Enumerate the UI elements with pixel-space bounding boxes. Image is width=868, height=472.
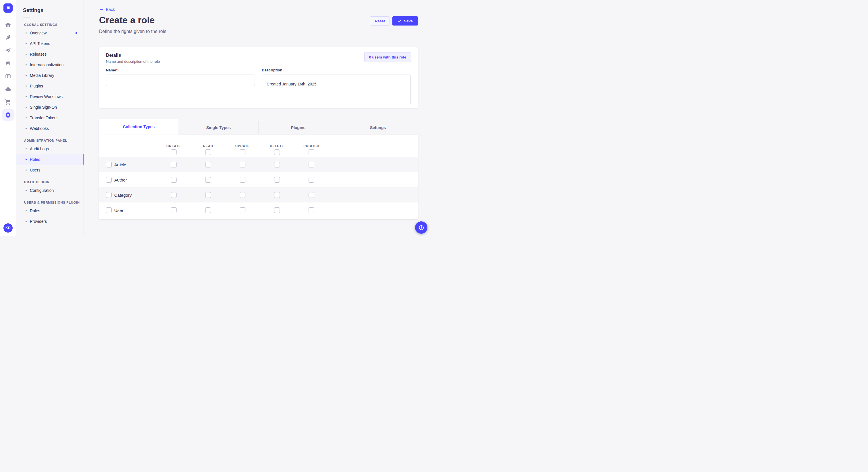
permissions-tabs: Collection Types Single Types Plugins Se… — [99, 119, 418, 134]
back-link[interactable]: Back — [99, 7, 115, 12]
sidebar-item-users[interactable]: Users — [16, 165, 84, 175]
help-icon — [418, 225, 425, 231]
article-read-checkbox[interactable] — [205, 162, 211, 167]
sidebar-item-providers[interactable]: Providers — [16, 216, 84, 227]
user-delete-checkbox[interactable] — [274, 207, 280, 213]
section-label: USERS & PERMISSIONS PLUGIN — [24, 201, 84, 204]
category-read-checkbox[interactable] — [205, 192, 211, 198]
settings-gear-icon[interactable] — [2, 109, 14, 121]
release-paper-plane-icon[interactable] — [2, 45, 14, 56]
bullet — [26, 169, 27, 171]
strapi-logo[interactable] — [3, 3, 12, 12]
user-read-checkbox[interactable] — [205, 207, 211, 213]
reset-button[interactable]: Reset — [370, 16, 390, 26]
article-update-checkbox[interactable] — [240, 162, 245, 167]
sidebar-item-review-workflows[interactable]: Review Workflows — [16, 91, 84, 102]
column-header-publish: PUBLISH — [303, 144, 319, 148]
sidebar-item-overview[interactable]: Overview — [16, 28, 84, 38]
row-select-checkbox[interactable] — [106, 207, 112, 213]
sidebar-item-api-tokens[interactable]: API Tokens — [16, 38, 84, 49]
tab-collection-types[interactable]: Collection Types — [99, 119, 179, 134]
section-email-plugin: EMAIL PLUGIN Configuration — [16, 180, 84, 196]
article-create-checkbox[interactable] — [171, 162, 177, 167]
select-all-read-checkbox[interactable] — [205, 149, 211, 155]
permissions-table: CREATE READ UPDATE DELETE PUBLISH Articl… — [99, 134, 418, 220]
section-label: EMAIL PLUGIN — [24, 180, 84, 184]
rail-bottom-divider — [0, 220, 16, 220]
category-update-checkbox[interactable] — [240, 192, 245, 198]
description-textarea[interactable]: Created January 16th, 2025 — [262, 74, 411, 104]
sidebar-item-transfer-tokens[interactable]: Transfer Tokens — [16, 112, 84, 123]
bullet — [26, 86, 27, 87]
row-select-checkbox[interactable] — [106, 177, 112, 183]
users-with-role-button[interactable]: 0 users with this role — [364, 52, 411, 62]
bullet — [26, 159, 27, 160]
sidebar-item-single-sign-on[interactable]: Single Sign-On — [16, 102, 84, 112]
name-field-group: Name* — [106, 68, 255, 105]
name-label: Name* — [106, 68, 255, 72]
icon-rail: KD — [0, 0, 16, 236]
sidebar-item-configuration[interactable]: Configuration — [16, 185, 84, 196]
category-publish-checkbox[interactable] — [309, 192, 314, 198]
sidebar-item-media-library[interactable]: Media Library — [16, 70, 84, 80]
save-button[interactable]: Save — [392, 16, 418, 26]
name-input[interactable] — [106, 74, 255, 86]
author-update-checkbox[interactable] — [240, 177, 245, 183]
main-content: Back Create a role Define the rights giv… — [84, 0, 434, 236]
column-header-update: UPDATE — [236, 144, 250, 148]
deploy-cloud-icon[interactable] — [2, 83, 14, 95]
column-header-read: READ — [203, 144, 213, 148]
sidebar-item-roles-admin[interactable]: Roles — [16, 154, 84, 165]
check-icon — [398, 19, 402, 23]
details-card: Details Name and description of the role… — [99, 47, 418, 108]
bullet — [26, 148, 27, 149]
author-publish-checkbox[interactable] — [309, 177, 314, 183]
description-label: Description — [262, 68, 411, 72]
tab-single-types[interactable]: Single Types — [179, 121, 258, 134]
user-publish-checkbox[interactable] — [309, 207, 314, 213]
header-actions: Reset Save — [370, 16, 418, 26]
author-delete-checkbox[interactable] — [274, 177, 280, 183]
help-button[interactable] — [415, 222, 427, 234]
bullet — [26, 221, 27, 222]
bullet — [26, 75, 27, 76]
table-row-article: Article — [99, 157, 418, 172]
row-select-checkbox[interactable] — [106, 162, 112, 167]
table-row-category: Category — [99, 187, 418, 202]
article-publish-checkbox[interactable] — [309, 162, 314, 167]
author-read-checkbox[interactable] — [205, 177, 211, 183]
back-arrow-icon — [99, 7, 104, 12]
content-type-builder-layout-icon[interactable] — [2, 71, 14, 82]
category-create-checkbox[interactable] — [171, 192, 177, 198]
notification-dot — [75, 32, 77, 34]
row-label: Author — [114, 177, 127, 182]
select-all-publish-checkbox[interactable] — [309, 149, 314, 155]
sidebar-item-plugins[interactable]: Plugins — [16, 80, 84, 91]
sidebar-item-audit-logs[interactable]: Audit Logs — [16, 143, 84, 154]
select-all-update-checkbox[interactable] — [240, 149, 245, 155]
select-all-create-checkbox[interactable] — [171, 149, 177, 155]
sidebar-item-internationalization[interactable]: Internationalization — [16, 59, 84, 70]
bullet — [26, 64, 27, 65]
sidebar-item-webhooks[interactable]: Webhooks — [16, 123, 84, 134]
marketplace-cart-icon[interactable] — [2, 96, 14, 108]
section-users-permissions-plugin: USERS & PERMISSIONS PLUGIN Roles Provide… — [16, 201, 84, 227]
article-delete-checkbox[interactable] — [274, 162, 280, 167]
media-library-icon[interactable] — [2, 58, 14, 69]
details-fields: Name* Description Created January 16th, … — [106, 68, 411, 105]
sidebar-item-releases[interactable]: Releases — [16, 49, 84, 59]
avatar[interactable]: KD — [3, 224, 12, 233]
user-create-checkbox[interactable] — [171, 207, 177, 213]
home-icon[interactable] — [2, 19, 14, 30]
category-delete-checkbox[interactable] — [274, 192, 280, 198]
column-header-create: CREATE — [166, 144, 181, 148]
tab-settings[interactable]: Settings — [338, 121, 418, 134]
row-select-checkbox[interactable] — [106, 192, 112, 198]
tab-plugins[interactable]: Plugins — [258, 121, 338, 134]
subnav-title-divider — [23, 18, 30, 18]
content-manager-feather-icon[interactable] — [2, 32, 14, 43]
user-update-checkbox[interactable] — [240, 207, 245, 213]
select-all-delete-checkbox[interactable] — [274, 149, 280, 155]
author-create-checkbox[interactable] — [171, 177, 177, 183]
sidebar-item-roles-up[interactable]: Roles — [16, 205, 84, 216]
